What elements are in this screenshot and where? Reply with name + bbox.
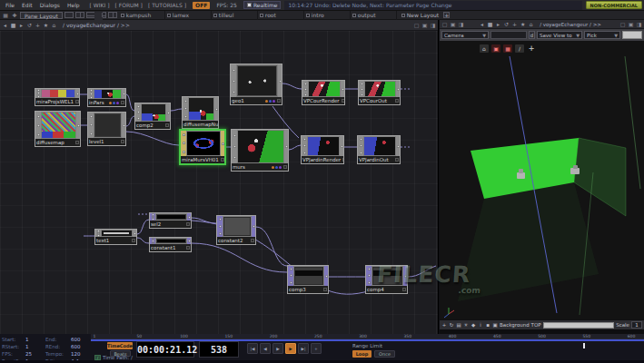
skip-end-icon[interactable]: ▶| xyxy=(298,343,309,354)
layout-preset-single[interactable] xyxy=(64,12,74,18)
timeline-field-value[interactable]: 1 xyxy=(25,337,44,342)
node-input-connectors[interactable] xyxy=(88,89,94,99)
maximize-pane-icon[interactable]: ▣ xyxy=(450,21,456,27)
timeline-field-value[interactable]: 1 xyxy=(25,344,44,349)
undo-icon[interactable]: ↺ xyxy=(503,21,510,27)
node-flag-box-icon[interactable] xyxy=(251,239,254,242)
split-pane-icon[interactable]: ▢ xyxy=(441,21,448,27)
node-output-connectors[interactable] xyxy=(340,136,343,156)
back-icon[interactable]: ◂ xyxy=(2,22,8,28)
node-diffusemapNull1[interactable]: diffusemapNull1 xyxy=(182,96,219,129)
layout-tab-lamex[interactable]: lamex xyxy=(165,11,212,20)
node-output-connectors[interactable] xyxy=(122,113,125,138)
split-pane-icon[interactable]: ▢ xyxy=(619,21,626,27)
node-flag-box-icon[interactable] xyxy=(277,99,281,103)
timeline-field-value[interactable]: 600 xyxy=(71,344,93,349)
node-diffusemap[interactable]: diffusemap xyxy=(35,111,81,147)
node-output-connectors[interactable] xyxy=(278,64,282,97)
node-output-connectors[interactable] xyxy=(252,216,255,237)
node-output-connectors[interactable] xyxy=(133,230,136,237)
back-icon[interactable]: ◂ xyxy=(479,21,485,27)
node-input-connectors[interactable] xyxy=(302,81,308,97)
off-badge[interactable]: OFF xyxy=(193,2,210,9)
loop-button[interactable]: Loop xyxy=(352,350,372,358)
node-output-connectors[interactable] xyxy=(284,130,288,163)
camera-select[interactable]: Camera ▼ xyxy=(441,31,489,39)
timeline-field-value[interactable]: 600 xyxy=(71,337,93,342)
save-view-select[interactable]: Save View to ▼ xyxy=(537,31,582,39)
realtime-toggle[interactable]: Realtime xyxy=(243,1,282,9)
node-output-connectors[interactable] xyxy=(341,81,344,97)
bookmark-icon[interactable]: ★ xyxy=(43,22,49,28)
license-button[interactable]: NON-COMMERCIAL xyxy=(586,1,642,9)
geometry-icon[interactable]: ◆ xyxy=(471,322,476,328)
play-reverse-icon[interactable]: ▶ xyxy=(272,343,283,354)
bookmark-icon[interactable]: ★ xyxy=(520,21,526,27)
node-output-connectors[interactable] xyxy=(122,89,125,99)
menu-dialogs[interactable]: Dialogs xyxy=(36,2,64,8)
flag-dot-icon[interactable] xyxy=(272,166,274,169)
node-output-connectors[interactable] xyxy=(214,97,218,121)
network-path[interactable]: / voyageEchangeur / >> xyxy=(59,22,134,28)
node-constant2[interactable]: constant2 xyxy=(216,215,256,245)
flag-dot-icon[interactable] xyxy=(109,102,112,104)
node-output-connectors[interactable] xyxy=(396,136,400,156)
maximize-pane-icon[interactable]: ▣ xyxy=(421,22,428,28)
layout-tab-root[interactable]: root xyxy=(258,11,304,20)
node-input-connectors[interactable] xyxy=(150,213,155,221)
node-VPCourOut[interactable]: VPCourOut xyxy=(358,80,401,105)
maximize-pane-icon[interactable]: ▣ xyxy=(628,21,634,27)
camera-red-icon[interactable]: ▣ xyxy=(491,44,500,53)
node-murs[interactable]: murs xyxy=(231,129,289,172)
timeline-field-value[interactable]: 25 xyxy=(25,351,44,357)
node-output-connectors[interactable] xyxy=(76,112,80,139)
flag-dot-icon[interactable] xyxy=(116,102,119,104)
layout-preset-vsplit[interactable] xyxy=(75,12,84,18)
node-flag-box-icon[interactable] xyxy=(121,101,124,104)
camera-path-input[interactable] xyxy=(490,31,527,39)
layout-tab-tilleul[interactable]: tilleul xyxy=(212,11,258,20)
network-editor-pane[interactable]: ◂■▸↺+★⌂ / voyageEchangeur / >> ▢▣◨ miraP… xyxy=(0,20,439,334)
node-input-connectors[interactable] xyxy=(217,216,223,237)
node-input-connectors[interactable] xyxy=(35,112,41,139)
add-view-icon[interactable]: + xyxy=(527,44,536,53)
skip-start-icon[interactable]: |◀ xyxy=(247,343,258,354)
menu-file[interactable]: File xyxy=(2,2,18,8)
undo-icon[interactable]: ↺ xyxy=(26,22,33,28)
node-input-connectors[interactable] xyxy=(181,131,186,156)
once-button[interactable]: Once xyxy=(374,350,395,358)
flag-dot-icon[interactable] xyxy=(272,100,275,103)
node-miraMursVH01[interactable]: miraMursVH01 xyxy=(179,129,226,165)
flag-dot-icon[interactable] xyxy=(279,166,282,169)
node-input-connectors[interactable] xyxy=(95,230,101,237)
node-input-connectors[interactable] xyxy=(88,113,94,138)
add-icon[interactable]: + xyxy=(35,22,41,28)
home-view-icon[interactable]: ⌂ xyxy=(480,44,489,53)
node-flag-box-icon[interactable] xyxy=(186,222,190,226)
menu-link-tutorials[interactable]: [ TUTORIALS ] xyxy=(145,2,189,8)
pin-pane-icon[interactable]: ◨ xyxy=(636,21,642,27)
node-flag-box-icon[interactable] xyxy=(342,99,344,103)
node-geo1[interactable]: geo1 xyxy=(230,64,282,105)
node-flag-box-icon[interactable] xyxy=(395,99,399,103)
node-flag-box-icon[interactable] xyxy=(323,288,327,291)
node-level1[interactable]: level1 xyxy=(87,112,126,146)
flag-dot-icon[interactable] xyxy=(113,102,115,104)
rotate-icon[interactable]: ↻ xyxy=(449,322,454,328)
node-input-connectors[interactable] xyxy=(231,64,236,97)
node-output-connectors[interactable] xyxy=(187,213,191,221)
node-input-connectors[interactable] xyxy=(183,97,188,121)
playhead-marker[interactable] xyxy=(583,343,585,348)
node-constant1[interactable]: constant1 xyxy=(149,237,192,252)
layout-tab-output[interactable]: output xyxy=(351,11,397,20)
node-flag-box-icon[interactable] xyxy=(132,239,135,242)
node-output-connectors[interactable] xyxy=(187,238,191,244)
d-button[interactable]: d xyxy=(529,31,535,39)
node-flag-box-icon[interactable] xyxy=(121,140,124,143)
stop-icon[interactable]: ■ xyxy=(487,21,493,27)
node-text1[interactable]: text1 xyxy=(94,229,137,245)
frustum-red-icon[interactable]: ▦ xyxy=(503,44,512,53)
forward-icon[interactable]: ▸ xyxy=(18,22,25,28)
node-input-connectors[interactable] xyxy=(135,103,141,122)
node-output-connectors[interactable] xyxy=(396,81,400,97)
